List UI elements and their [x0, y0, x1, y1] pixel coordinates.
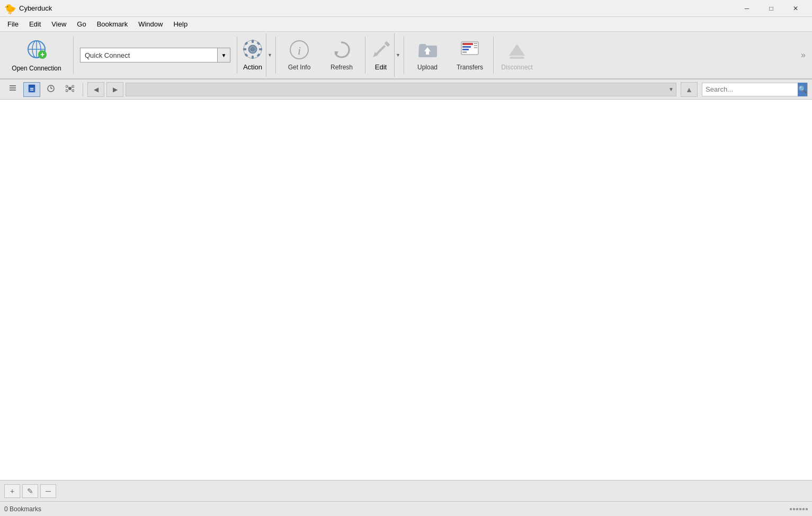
bottom-toolbar: + ✎ ─ [0, 480, 812, 501]
menu-window[interactable]: Window [133, 17, 168, 32]
nav-view-bookmark-button[interactable] [23, 82, 40, 97]
svg-text:i: i [298, 44, 301, 57]
disconnect-label: Disconnect [501, 64, 532, 71]
svg-rect-9 [252, 56, 254, 59]
add-bookmark-button[interactable]: + [4, 484, 20, 498]
svg-line-51 [71, 87, 72, 88]
svg-rect-13 [256, 41, 260, 45]
app-icon: 🐤 [4, 3, 15, 14]
transfers-button[interactable]: Transfers [449, 33, 491, 77]
title-bar-text: Cyberduck [19, 4, 735, 12]
search-icon: 🔍 [798, 85, 807, 93]
toolbar-separator-2 [237, 37, 237, 74]
quick-connect-input[interactable] [80, 48, 218, 63]
toolbar-separator-3 [275, 37, 276, 74]
svg-rect-31 [474, 45, 477, 46]
transfers-label: Transfers [457, 64, 483, 71]
disconnect-icon [507, 40, 527, 61]
svg-point-46 [66, 85, 68, 87]
svg-point-16 [250, 47, 255, 52]
svg-line-50 [68, 87, 69, 88]
refresh-icon [332, 40, 352, 61]
svg-point-49 [72, 90, 74, 92]
nav-forward-button[interactable]: ▶ [106, 82, 123, 97]
svg-marker-33 [509, 44, 525, 56]
edit-bookmark-button[interactable]: ✎ [22, 484, 38, 498]
status-dots [790, 508, 808, 510]
get-info-label: Get Info [288, 64, 311, 71]
menu-bookmark[interactable]: Bookmark [92, 17, 133, 32]
upload-label: Upload [417, 64, 438, 71]
status-text: 0 Bookmarks [4, 505, 41, 513]
nav-bar: ◀ ▶ ▼ ▲ 🔍 [0, 79, 812, 100]
main-content [0, 100, 812, 480]
svg-rect-34 [510, 57, 524, 59]
edit-dropdown-button[interactable]: ▼ [394, 33, 401, 77]
svg-rect-20 [376, 45, 386, 55]
close-button[interactable]: ✕ [783, 0, 808, 17]
menu-help[interactable]: Help [168, 17, 193, 32]
edit-button-group: Edit ▼ [368, 33, 401, 77]
open-connection-label: Open Connection [12, 65, 61, 72]
status-dot-1 [790, 508, 792, 510]
edit-main-button[interactable]: Edit [368, 33, 394, 77]
minimize-button[interactable]: ─ [735, 0, 759, 17]
edit-label: Edit [375, 63, 387, 71]
svg-rect-8 [252, 40, 254, 43]
action-dropdown-button[interactable]: ▼ [266, 33, 273, 77]
quick-connect-wrapper: ▼ [80, 48, 230, 63]
toolbar-more-button[interactable]: » [801, 50, 810, 60]
svg-rect-39 [29, 85, 35, 87]
action-button-group: Action ▼ [239, 33, 273, 77]
refresh-button[interactable]: Refresh [320, 33, 363, 77]
status-dot-2 [793, 508, 795, 510]
nav-path-bar[interactable]: ▼ [126, 83, 676, 96]
svg-rect-10 [243, 48, 246, 50]
status-dot-3 [796, 508, 798, 510]
nav-back-button[interactable]: ◀ [87, 82, 104, 97]
nav-view-network-button[interactable] [61, 82, 78, 97]
transfers-icon [460, 40, 480, 61]
action-main-button[interactable]: Action [239, 33, 266, 77]
menu-go[interactable]: Go [72, 17, 91, 32]
search-button[interactable]: 🔍 [798, 83, 807, 96]
quick-connect-area: ▼ [76, 33, 235, 77]
action-icon [243, 39, 263, 61]
svg-rect-28 [462, 49, 469, 50]
status-bar: 0 Bookmarks [0, 501, 812, 516]
history-view-icon [47, 84, 55, 94]
action-label: Action [243, 63, 262, 71]
remove-bookmark-button[interactable]: ─ [40, 484, 56, 498]
open-connection-button[interactable]: + Open Connection [2, 33, 71, 77]
svg-rect-32 [474, 47, 477, 48]
menu-edit[interactable]: Edit [24, 17, 46, 32]
status-dot-4 [799, 508, 801, 510]
edit-dropdown-icon: ▼ [396, 52, 400, 58]
title-bar-controls: ─ □ ✕ [735, 0, 808, 17]
svg-point-48 [66, 90, 68, 92]
toolbar: + Open Connection ▼ [0, 32, 812, 79]
menu-file[interactable]: File [2, 17, 24, 32]
action-dropdown-icon: ▼ [267, 52, 272, 58]
get-info-button[interactable]: i Get Info [278, 33, 320, 77]
quick-connect-dropdown-button[interactable]: ▼ [218, 48, 230, 63]
open-connection-icon: + [25, 39, 48, 63]
status-dot-6 [806, 508, 808, 510]
svg-text:+: + [40, 50, 44, 59]
svg-rect-11 [259, 48, 262, 50]
svg-rect-27 [462, 46, 471, 48]
get-info-icon: i [289, 40, 309, 61]
menu-view[interactable]: View [46, 17, 72, 32]
disconnect-button[interactable]: Disconnect [496, 33, 538, 77]
toolbar-separator-4 [365, 37, 365, 74]
nav-view-list-button[interactable] [4, 82, 21, 97]
svg-rect-26 [462, 43, 467, 45]
nav-path-dropdown-icon[interactable]: ▼ [668, 86, 674, 92]
nav-view-history-button[interactable] [42, 82, 59, 97]
toolbar-separator-6 [493, 37, 494, 74]
nav-up-button[interactable]: ▲ [681, 82, 698, 97]
maximize-button[interactable]: □ [759, 0, 783, 17]
svg-point-47 [72, 85, 74, 87]
search-input[interactable] [702, 83, 798, 96]
upload-button[interactable]: Upload [406, 33, 449, 77]
